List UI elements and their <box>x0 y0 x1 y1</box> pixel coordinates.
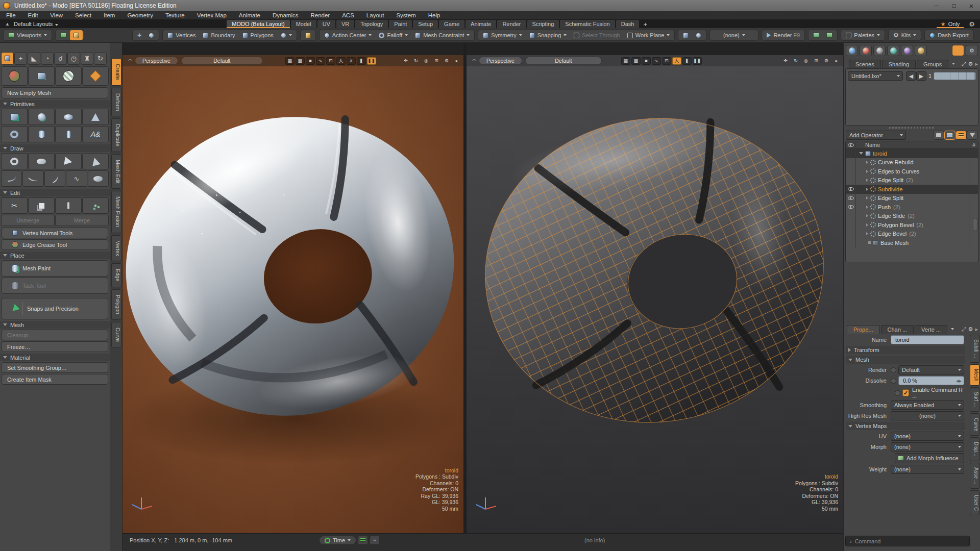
preset-dropdown[interactable]: (none) <box>709 30 758 41</box>
eye-icon[interactable] <box>848 196 854 200</box>
maximize-button[interactable]: □ <box>945 0 963 11</box>
expander-icon[interactable] <box>866 232 868 235</box>
preset-sphere-teal-icon[interactable] <box>887 45 899 56</box>
zoom-icon[interactable]: ◎ <box>422 57 431 65</box>
expander-icon[interactable] <box>866 206 868 209</box>
dither-toggle-icon[interactable]: ▦ <box>621 57 630 65</box>
channel-toggle-icon[interactable] <box>891 367 896 373</box>
render-dropdown[interactable]: Default <box>898 365 964 374</box>
expander-icon[interactable] <box>866 161 868 164</box>
wireframe-torus-scene[interactable] <box>467 66 843 533</box>
tab-vr[interactable]: VR <box>336 20 354 28</box>
cleanup-button[interactable]: Cleanup… <box>2 330 108 340</box>
merge-button[interactable]: Merge <box>55 215 109 226</box>
side-tab-create[interactable]: Create <box>111 58 121 86</box>
tree-row-base-mesh[interactable]: Base Mesh <box>846 238 978 247</box>
vp-gear-icon[interactable]: ⚙ <box>822 57 831 65</box>
tab-uv[interactable]: UV <box>317 20 335 28</box>
symmetry-button[interactable]: Symmetry <box>479 30 526 40</box>
tool-tab-probe[interactable]: ☌ <box>54 52 67 65</box>
smoothing-dropdown[interactable]: Always Enabled <box>891 400 964 410</box>
section-draw[interactable]: Draw <box>0 144 110 152</box>
primitive-cube-button[interactable] <box>1 109 28 125</box>
tack-tool-button[interactable]: Tack Tool <box>2 278 108 294</box>
vp-layout-icon[interactable]: ⊞ <box>812 57 821 65</box>
vertices-mode-button[interactable]: Vertices <box>164 30 199 40</box>
menu-help[interactable]: Help <box>422 12 447 18</box>
viewport-menu-icon[interactable]: ◠ <box>126 57 135 65</box>
flat-shade-icon[interactable]: ■ <box>306 57 315 65</box>
orbit-icon[interactable]: ↻ <box>791 57 800 65</box>
primitive-ellipsoid-button[interactable] <box>55 109 82 125</box>
ghost-view-icon[interactable]: λ <box>347 57 356 65</box>
preset-sphere-red-icon[interactable] <box>860 45 872 56</box>
ptab-mesh[interactable]: Mesh <box>970 364 979 386</box>
viewport-menu-icon[interactable]: ◠ <box>470 57 479 65</box>
channel-toggle-icon[interactable] <box>895 390 900 396</box>
side-tab-edge[interactable]: Edge <box>111 263 121 287</box>
tab-model[interactable]: Model <box>291 20 316 28</box>
vp-expand-icon[interactable]: ▸ <box>832 57 841 65</box>
snapping-button[interactable]: Snapping <box>526 30 571 40</box>
side-tab-deform[interactable]: Deform <box>111 88 121 116</box>
pan-icon[interactable]: ✣ <box>781 57 790 65</box>
ptab-assemblies[interactable]: Asse ... <box>970 463 979 489</box>
tool-tab-refresh[interactable]: ↻ <box>94 52 107 65</box>
panel-splitter[interactable] <box>844 126 980 130</box>
shading-style-dropdown[interactable]: Default <box>181 57 263 65</box>
prev-scene-button[interactable]: ◀ <box>906 71 916 81</box>
tab-animate[interactable]: Animate <box>465 20 496 28</box>
side-tab-mesh-fusion[interactable]: Mesh Fusion <box>111 191 121 233</box>
menu-texture[interactable]: Texture <box>159 12 191 18</box>
kits-button[interactable]: ⚙Kits <box>890 30 920 40</box>
person-view-icon[interactable]: 人 <box>672 57 681 65</box>
mesh-section[interactable]: Mesh <box>846 356 965 364</box>
tool-tab-stamp[interactable]: ♜ <box>81 52 93 65</box>
wire-waves-icon[interactable]: ∿ <box>316 57 325 65</box>
checker-toggle-icon[interactable]: ▩ <box>631 57 641 65</box>
primitive-cone-button[interactable] <box>82 109 109 125</box>
dither-toggle-icon[interactable]: ▦ <box>285 57 295 65</box>
draw-squiggle-button[interactable]: ∿ <box>66 170 87 187</box>
falloff-button[interactable]: Falloff <box>375 30 411 40</box>
tab-dash[interactable]: Dash <box>616 20 640 28</box>
axis-tool-button[interactable] <box>1 66 28 86</box>
text-tool-button[interactable]: A& <box>82 126 109 142</box>
menu-animate[interactable]: Animate <box>233 12 266 18</box>
mode-dropdown[interactable] <box>277 30 296 40</box>
vertex-normal-tools-button[interactable]: Vertex Normal Tools <box>2 228 108 238</box>
snaps-and-precision-button[interactable]: Snaps and Precision <box>2 298 108 319</box>
only-toggle[interactable]: ★ Only <box>937 20 964 28</box>
panel-gear-icon[interactable]: ⚙ <box>968 326 973 333</box>
weight-dropdown[interactable]: (none) <box>891 465 964 474</box>
add-operator-button[interactable]: Add Operator <box>846 131 906 140</box>
tree-row-polygon-bevel[interactable]: Polygon Bevel (2) <box>846 220 978 230</box>
new-empty-mesh-button[interactable]: New Empty Mesh <box>2 87 108 98</box>
eye-icon[interactable] <box>848 205 854 209</box>
filter-funnel-icon[interactable] <box>967 131 978 140</box>
gizmo-tool-button[interactable] <box>82 66 109 86</box>
draw-sketch-button[interactable] <box>88 170 109 187</box>
side-tab-curve[interactable]: Curve <box>111 322 121 347</box>
side-tab-mesh-edit[interactable]: Mesh Edit <box>111 154 121 189</box>
projection-dropdown[interactable]: Perspective <box>135 57 178 65</box>
preview-ball-button[interactable] <box>692 30 705 40</box>
section-mesh[interactable]: Mesh <box>0 321 110 329</box>
dash-export-button[interactable]: Dash Export <box>926 30 972 40</box>
primitive-capsule-button[interactable] <box>55 126 82 142</box>
panel-gear-icon[interactable]: ⚙ <box>966 45 978 56</box>
uv-overlay-icon[interactable]: ⊡ <box>662 57 671 65</box>
minimize-button[interactable]: ─ <box>928 0 945 11</box>
shader-ball-button[interactable] <box>679 30 692 40</box>
checker-toggle-icon[interactable]: ▩ <box>296 57 305 65</box>
menu-render[interactable]: Render <box>304 12 336 18</box>
expander-icon[interactable] <box>859 152 863 155</box>
tool-tab-move[interactable]: + <box>14 52 27 65</box>
tree-row-edge-bevel[interactable]: Edge Bevel (2) <box>846 230 978 239</box>
edge-crease-tool-button[interactable]: Edge Crease Tool <box>2 239 108 250</box>
vp-layout-icon[interactable]: ⊞ <box>432 57 441 65</box>
tree-row-subdivide[interactable]: Subdivide <box>846 185 978 194</box>
render-button[interactable]: RenderF9 <box>763 30 803 40</box>
ptab-displacement[interactable]: Disp... <box>970 437 979 461</box>
tab-vertex-maps[interactable]: Verte ... <box>915 325 947 334</box>
